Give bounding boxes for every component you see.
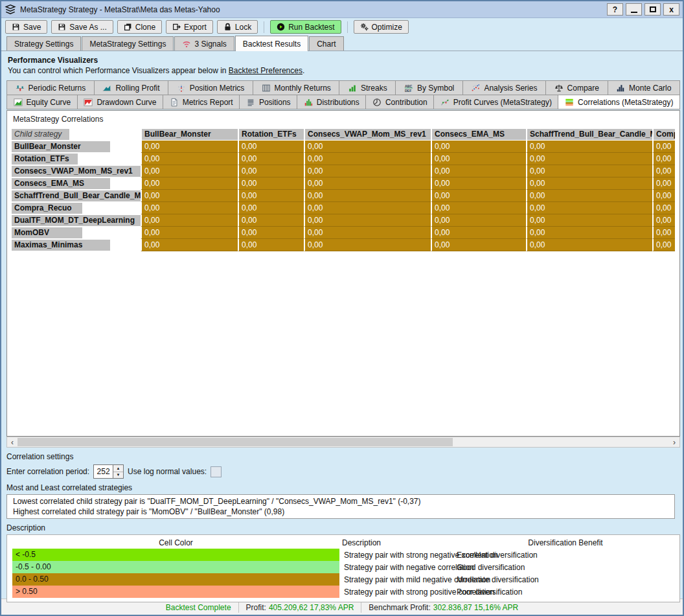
visualizer-tab-label: Streaks <box>361 84 387 93</box>
save-icon <box>12 23 20 31</box>
visualizer-tab-metrics-report[interactable]: Metrics Report <box>163 95 240 109</box>
tab-metastrategy-settings[interactable]: MetaStrategy Settings <box>82 36 174 51</box>
visualizer-tab-periodic-returns[interactable]: Periodic Returns <box>6 80 95 95</box>
correlation-cell: 0,00 <box>526 214 652 227</box>
spinner-up-icon[interactable]: ▲ <box>113 465 123 472</box>
run-backtest-label: Run Backtest <box>288 23 334 32</box>
correlation-cell: 0,00 <box>304 214 431 227</box>
status-separator <box>361 602 361 613</box>
log-normal-checkbox[interactable] <box>211 466 222 477</box>
maximize-button[interactable] <box>644 3 661 16</box>
benchmark-profit-value: 302.836,87 15,16% APR <box>433 603 518 612</box>
visualizer-tab-position-metrics[interactable]: Position Metrics <box>168 80 253 95</box>
period-value[interactable]: 252 <box>94 465 113 478</box>
legend-rows: < -0.5Strategy pair with strong negative… <box>12 549 674 598</box>
tab-chart[interactable]: Chart <box>309 36 343 51</box>
scroll-right-arrow-icon[interactable]: › <box>669 437 679 447</box>
clone-button[interactable]: Clone <box>117 20 162 34</box>
optimize-button[interactable]: Optimize <box>354 20 409 34</box>
spinner-down-icon[interactable]: ▼ <box>113 472 123 479</box>
visualizer-tab-compare[interactable]: Compare <box>545 80 608 95</box>
save-as-button[interactable]: Save As ... <box>51 20 113 34</box>
export-button[interactable]: Export <box>166 20 213 34</box>
visualizer-tab-label: By Symbol <box>417 84 454 93</box>
visualizer-tab-label: Rolling Profit <box>115 84 159 93</box>
visualizer-tab-monthly-returns[interactable]: Monthly Returns <box>253 80 340 95</box>
correlation-period-spinner[interactable]: 252 ▲ ▼ <box>93 464 124 479</box>
correlation-cell: 0,00 <box>526 190 652 202</box>
correlations-title: MetaStrategy Correlations <box>7 111 679 124</box>
row-header-label: Compra_Recuo <box>12 203 82 214</box>
matrix-row-maximas-minimas: Maximas_Minimas0,000,000,000,000,000,00 <box>12 239 675 251</box>
most-least-correlated-label: Most and Least correlated strategies <box>6 483 678 492</box>
close-button[interactable]: x <box>663 3 679 16</box>
correlation-cell: 0,00 <box>652 202 675 214</box>
tab-backtest-results[interactable]: Backtest Results <box>235 36 308 51</box>
signal-icon <box>182 40 191 48</box>
correlation-cell: 0,00 <box>431 227 526 239</box>
save-button[interactable]: Save <box>5 20 47 34</box>
row-header-label: BullBear_Monster <box>12 141 110 152</box>
lock-button[interactable]: Lock <box>217 20 258 34</box>
profit-label: Profit: <box>246 603 266 612</box>
correlation-cell: 0,00 <box>431 239 526 251</box>
visualizer-tab-streaks[interactable]: Streaks <box>339 80 396 95</box>
correlation-cell: 0,00 <box>141 239 238 251</box>
scroll-left-arrow-icon[interactable]: ‹ <box>7 437 17 447</box>
row-header-label: DualTF_MOM_DT_DeepLearning <box>12 215 142 226</box>
performance-visualizers-subtext: You can control which Performance Visual… <box>6 65 678 75</box>
visualizer-tab-distributions[interactable]: Distributions <box>297 95 366 109</box>
visualizer-tab-correlations-metastrategy[interactable]: Correlations (MetaStrategy) <box>558 95 680 109</box>
horizontal-scrollbar[interactable]: ‹ › <box>6 437 680 448</box>
visualizer-tab-profit-curves-metastrategy[interactable]: Profit Curves (MetaStrategy) <box>433 95 558 109</box>
visualizer-tab-rolling-profit[interactable]: Rolling Profit <box>94 80 168 95</box>
main-tab-strip: Strategy Settings MetaStrategy Settings … <box>1 36 683 51</box>
correlation-cell: 0,00 <box>238 141 304 153</box>
visualizer-tab-contribution[interactable]: Contribution <box>365 95 434 109</box>
legend-header-description: Description <box>339 538 455 547</box>
export-label: Export <box>184 23 207 32</box>
correlation-cell: 0,00 <box>238 227 304 239</box>
correlation-cell: 0,00 <box>431 214 526 227</box>
visualizer-tab-monte-carlo[interactable]: Monte Carlo <box>608 80 681 95</box>
metrics-report-icon <box>170 98 179 107</box>
correlation-cell: 0,00 <box>141 153 238 165</box>
tab-label: 3 Signals <box>194 40 226 49</box>
tab-strategy-settings[interactable]: Strategy Settings <box>6 36 81 51</box>
legend-color-swatch: < -0.5 <box>12 549 339 561</box>
visualizer-tab-label: Contribution <box>385 98 428 107</box>
run-backtest-button[interactable]: Run Backtest <box>270 20 341 34</box>
title-bar: MetaStrategy Strategy - MetaStrat\Meta d… <box>1 1 683 18</box>
backtest-preferences-link[interactable]: Backtest Preferences <box>229 66 302 75</box>
legend-row-0-0-0-50: 0.0 - 0.50Strategy pair with mild negati… <box>12 573 674 586</box>
legend-description: Strategy pair with negative correlation <box>339 563 455 572</box>
correlation-cell: 0,00 <box>431 141 526 153</box>
save-as-label: Save As ... <box>69 23 106 32</box>
visualizer-tab-analysis-series[interactable]: Analysis Series <box>462 80 546 95</box>
spinner-buttons: ▲ ▼ <box>113 465 123 478</box>
visualizer-tab-drawdown-curve[interactable]: Drawdown Curve <box>77 95 163 109</box>
help-button[interactable]: ? <box>607 3 623 16</box>
svg-text:ABC: ABC <box>405 84 413 87</box>
visualizer-tab-equity-curve[interactable]: Equity Curve <box>6 95 78 109</box>
visualizer-tab-label: Profit Curves (MetaStrategy) <box>453 98 552 107</box>
legend-benefit: Poor diversification <box>455 587 676 597</box>
correlation-cell: 0,00 <box>238 214 304 227</box>
correlation-cell: 0,00 <box>304 141 431 153</box>
lock-icon <box>223 23 232 31</box>
subtext-after: . <box>302 66 304 75</box>
minimize-button[interactable] <box>626 3 642 16</box>
scrollbar-thumb[interactable] <box>17 438 453 446</box>
correlation-cell: 0,00 <box>238 177 304 190</box>
correlation-cell: 0,00 <box>304 227 431 239</box>
correlation-cell: 0,00 <box>652 153 675 165</box>
monthly-returns-icon <box>262 84 271 93</box>
correlation-cell: 0,00 <box>526 165 652 177</box>
status-text: Backtest Complete <box>166 603 231 612</box>
maximize-icon <box>650 6 656 12</box>
visualizer-tab-by-symbol[interactable]: ABCDEFBy Symbol <box>395 80 463 95</box>
contribution-icon <box>372 98 382 107</box>
tab-signals[interactable]: 3 Signals <box>174 36 234 51</box>
correlation-cell: 0,00 <box>431 153 526 165</box>
visualizer-tab-positions[interactable]: Positions <box>239 95 297 109</box>
